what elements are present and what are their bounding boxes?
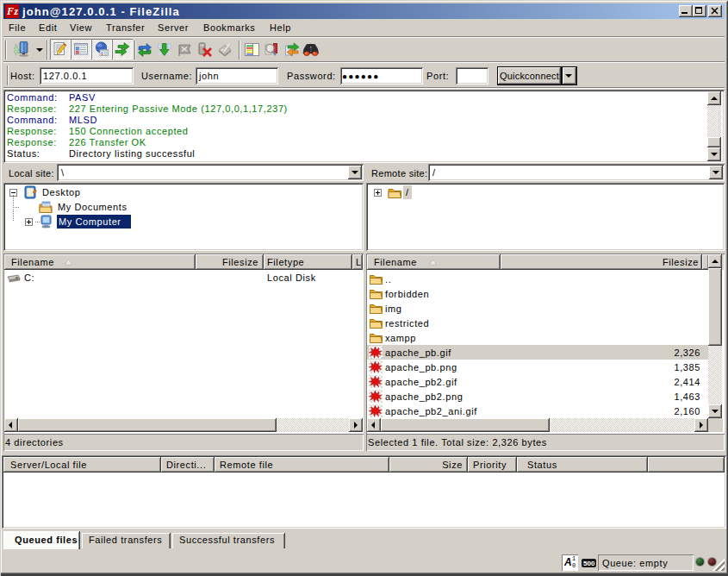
svg-text:Fz: Fz (6, 5, 19, 17)
